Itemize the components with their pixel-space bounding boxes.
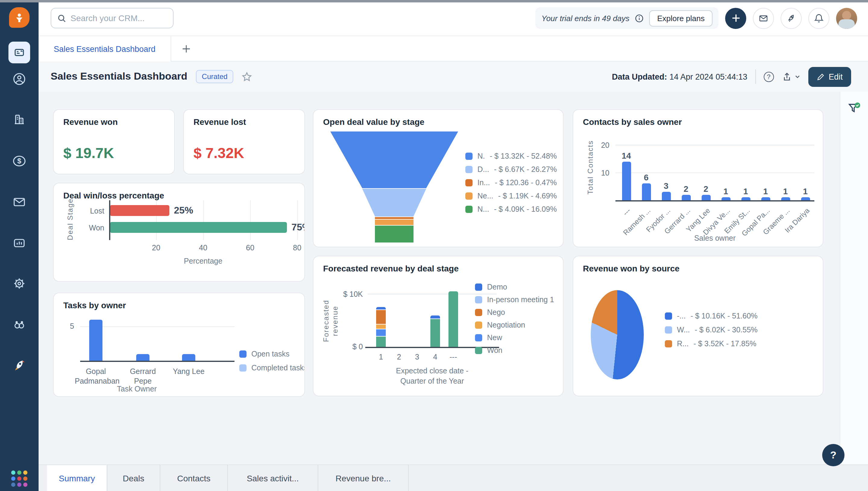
forecasted-revenue-card[interactable]: Forecasted revenue by deal stage Forecas… — [313, 256, 564, 396]
help-icon[interactable]: ? — [764, 71, 774, 82]
y-axis-title: Deal Stage — [66, 198, 75, 241]
filter-check-icon — [847, 102, 861, 116]
card-title: Deal win/loss percentage — [63, 191, 164, 200]
divider — [755, 69, 755, 84]
sidebar-item-whats-new[interactable] — [12, 358, 27, 373]
sidebar-item-deals[interactable]: $ — [12, 154, 27, 168]
stacked-bar-q1[interactable] — [376, 307, 386, 347]
pie-chart[interactable] — [591, 290, 644, 379]
help-fab[interactable]: ? — [822, 444, 844, 466]
funnel-segment-1[interactable] — [330, 132, 458, 188]
bar[interactable]: 1 — [798, 187, 812, 200]
freshworks-logo[interactable] — [9, 7, 30, 28]
revenue-won-card[interactable]: Revenue won $ 19.7K — [53, 109, 175, 174]
explore-plans-button[interactable]: Explore plans — [649, 10, 712, 26]
x-axis-line — [615, 200, 814, 201]
deal-win-loss-card[interactable]: Deal win/loss percentage Deal Stage Lost… — [53, 183, 305, 282]
sidebar-item-settings[interactable] — [12, 276, 27, 291]
envelope-icon — [758, 13, 769, 23]
x-tick: 20 — [147, 244, 165, 252]
stacked-bar-q4[interactable] — [430, 315, 440, 347]
bell-icon — [814, 13, 824, 23]
legend-marker — [475, 296, 482, 304]
bar[interactable]: 2 — [679, 184, 693, 200]
category-label: Won — [75, 224, 104, 232]
trial-text: Your trial ends in 49 days — [541, 13, 629, 23]
tab-summary[interactable]: Summary — [47, 465, 107, 491]
legend-marker — [475, 334, 482, 341]
funnel-segment-2[interactable] — [362, 189, 426, 216]
bar[interactable]: 2 — [699, 184, 713, 200]
bar[interactable]: 1 — [738, 187, 753, 200]
y-tick: 10 — [594, 169, 610, 177]
tab-revenue-breakdown[interactable]: Revenue bre... — [318, 465, 409, 491]
email-button[interactable] — [753, 7, 774, 29]
bar-gerrard[interactable] — [136, 354, 150, 361]
x-tick: 60 — [241, 244, 259, 252]
funnel-segment-5[interactable] — [375, 226, 413, 242]
sidebar-item-contacts[interactable] — [12, 72, 27, 86]
bar-value-label: 25% — [174, 205, 193, 216]
legend-marker — [465, 153, 472, 160]
sidebar-item-accounts[interactable] — [12, 112, 27, 127]
tab-deals[interactable]: Deals — [107, 465, 160, 491]
funnel-segment-3[interactable] — [375, 217, 413, 219]
revenue-lost-card[interactable]: Revenue lost $ 7.32K — [183, 109, 305, 174]
title-bar: Sales Essentials Dashboard Curated Data … — [38, 61, 868, 92]
bar[interactable]: 3 — [659, 181, 673, 200]
legend-marker — [475, 321, 482, 329]
legend-marker — [475, 284, 482, 291]
bar-lost[interactable]: 25% — [110, 205, 193, 216]
apps-grid-icon — [11, 470, 27, 487]
notifications-button[interactable] — [808, 7, 830, 29]
pencil-icon — [816, 73, 824, 81]
favorite-star-icon[interactable] — [242, 71, 252, 82]
sidebar-item-freddy-ai[interactable] — [12, 317, 27, 332]
tab-contacts[interactable]: Contacts — [160, 465, 228, 491]
user-avatar[interactable] — [836, 7, 857, 29]
curated-badge: Curated — [196, 70, 234, 83]
edit-button[interactable]: Edit — [808, 67, 851, 87]
filters-button[interactable] — [847, 102, 861, 118]
sidebar-item-email[interactable] — [12, 195, 27, 209]
tab-sales-activities[interactable]: Sales activit... — [228, 465, 318, 491]
legend-marker — [465, 206, 472, 213]
global-search[interactable] — [51, 8, 174, 28]
bar-won[interactable]: 75% — [110, 222, 305, 233]
sidebar-item-app-switcher[interactable] — [11, 470, 27, 487]
funnel-chart[interactable] — [330, 132, 458, 242]
card-title: Revenue won — [63, 117, 118, 127]
stacked-bar-none[interactable] — [448, 291, 458, 347]
revenue-won-by-source-card[interactable]: Revenue won by source -...- $ 10.16K - 5… — [572, 256, 824, 396]
bar[interactable]: 6 — [639, 173, 653, 200]
tasks-by-owner-card[interactable]: Tasks by owner 5 Gopal Padmanaban Gerrar… — [53, 293, 305, 397]
search-input[interactable] — [70, 13, 161, 23]
sidebar-item-dashboard[interactable] — [8, 41, 30, 63]
bar[interactable]: 14 — [619, 150, 633, 200]
gear-icon — [12, 276, 27, 291]
sidebar-item-analytics[interactable] — [12, 236, 27, 250]
add-dashboard-tab-button[interactable] — [181, 44, 191, 56]
quick-add-button[interactable] — [725, 7, 746, 29]
category-label: Yang Lee — [167, 367, 210, 377]
filter-panel — [840, 92, 868, 464]
x-tick: --- — [444, 353, 462, 361]
bar[interactable]: 1 — [718, 187, 733, 200]
bar[interactable]: 1 — [778, 187, 793, 200]
bar-yang[interactable] — [182, 354, 195, 361]
plot-area: 14 6 3 2 2 1 1 1 1 1 — [615, 145, 814, 200]
page-title: Sales Essentials Dashboard — [51, 70, 187, 83]
funnel-segment-4[interactable] — [375, 220, 413, 225]
x-axis-title: Task Owner — [95, 385, 179, 393]
whats-new-button[interactable] — [781, 7, 802, 29]
tab-sales-essentials-dashboard[interactable]: Sales Essentials Dashboard — [38, 36, 171, 61]
dashboard-card-icon — [13, 46, 26, 59]
export-menu[interactable] — [781, 71, 800, 82]
open-deal-value-card[interactable]: Open deal value by stage N.- $ 13.32K - … — [313, 109, 564, 247]
bar[interactable]: 1 — [758, 187, 773, 200]
contacts-by-sales-owner-card[interactable]: Contacts by sales owner Total Contacts 2… — [572, 109, 824, 247]
info-icon[interactable] — [635, 13, 644, 23]
plus-icon — [181, 44, 191, 54]
bar-gopal[interactable] — [89, 319, 102, 361]
legend-marker — [475, 309, 482, 316]
